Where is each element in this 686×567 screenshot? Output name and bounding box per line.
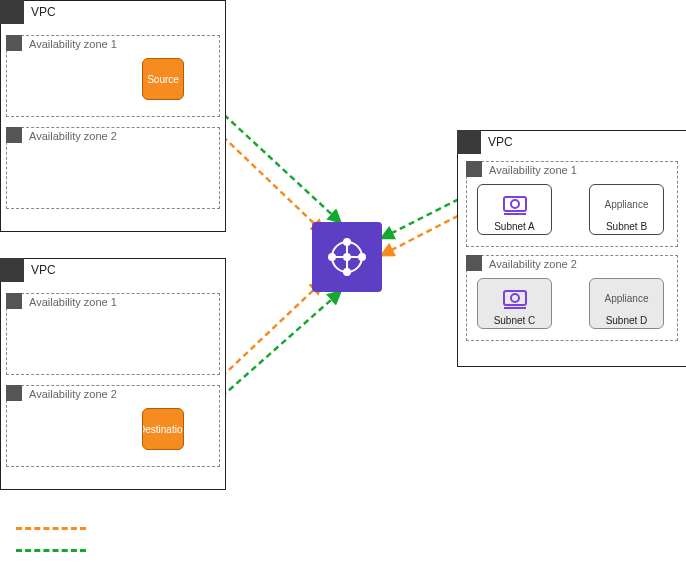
vpc-tab-icon bbox=[457, 130, 481, 154]
az-2: Availability zone 2 bbox=[6, 127, 220, 209]
az-1: Availability zone 1 bbox=[6, 293, 220, 375]
vpc-title: VPC bbox=[31, 263, 56, 277]
legend-swatch-green bbox=[16, 549, 86, 552]
vpc-title: VPC bbox=[31, 5, 56, 19]
subnet-label: Subnet A bbox=[480, 221, 549, 232]
vpc-tab-icon bbox=[0, 258, 24, 282]
destination-node: Destination bbox=[142, 408, 184, 450]
subnet-label: Subnet C bbox=[480, 315, 549, 326]
az-tab-icon bbox=[466, 161, 482, 177]
az-title: Availability zone 2 bbox=[489, 258, 577, 270]
destination-node-label: Destination bbox=[142, 423, 184, 436]
vpc-appliance: VPC Availability zone 1 Subnet A Applian… bbox=[457, 130, 686, 367]
vpc-destination: VPC Availability zone 1 Availability zon… bbox=[0, 258, 226, 490]
transit-gateway-icon bbox=[312, 222, 382, 292]
az-tab-icon bbox=[6, 127, 22, 143]
subnet-c: Subnet C bbox=[477, 278, 552, 329]
source-node-label: Source bbox=[147, 73, 179, 86]
subnet-label: Subnet D bbox=[592, 315, 661, 326]
svg-point-11 bbox=[344, 269, 350, 275]
az-1: Availability zone 1 Subnet A Appliance S… bbox=[466, 161, 678, 247]
az-title: Availability zone 1 bbox=[29, 38, 117, 50]
appliance-label: Appliance bbox=[605, 293, 649, 304]
elb-icon bbox=[480, 283, 549, 313]
svg-point-12 bbox=[329, 254, 335, 260]
source-node: Source bbox=[142, 58, 184, 100]
az-tab-icon bbox=[6, 385, 22, 401]
az-title: Availability zone 1 bbox=[489, 164, 577, 176]
svg-point-13 bbox=[359, 254, 365, 260]
svg-point-22 bbox=[511, 294, 519, 302]
az-2: Availability zone 2 Destination bbox=[6, 385, 220, 467]
az-1: Availability zone 1 Source bbox=[6, 35, 220, 117]
az-title: Availability zone 2 bbox=[29, 130, 117, 142]
subnet-b: Appliance Subnet B bbox=[589, 184, 664, 235]
az-tab-icon bbox=[466, 255, 482, 271]
svg-point-9 bbox=[344, 254, 350, 260]
vpc-title: VPC bbox=[488, 135, 513, 149]
az-tab-icon bbox=[6, 293, 22, 309]
az-2: Availability zone 2 Subnet C Appliance S… bbox=[466, 255, 678, 341]
az-title: Availability zone 2 bbox=[29, 388, 117, 400]
vpc-tab-icon bbox=[0, 0, 24, 24]
subnet-a: Subnet A bbox=[477, 184, 552, 235]
svg-point-19 bbox=[511, 200, 519, 208]
az-tab-icon bbox=[6, 35, 22, 51]
svg-point-10 bbox=[344, 239, 350, 245]
vpc-source: VPC Availability zone 1 Source Availabil… bbox=[0, 0, 226, 232]
az-title: Availability zone 1 bbox=[29, 296, 117, 308]
legend-swatch-orange bbox=[16, 527, 86, 530]
elb-icon bbox=[480, 189, 549, 219]
subnet-label: Subnet B bbox=[592, 221, 661, 232]
appliance-label: Appliance bbox=[605, 199, 649, 210]
subnet-d: Appliance Subnet D bbox=[589, 278, 664, 329]
